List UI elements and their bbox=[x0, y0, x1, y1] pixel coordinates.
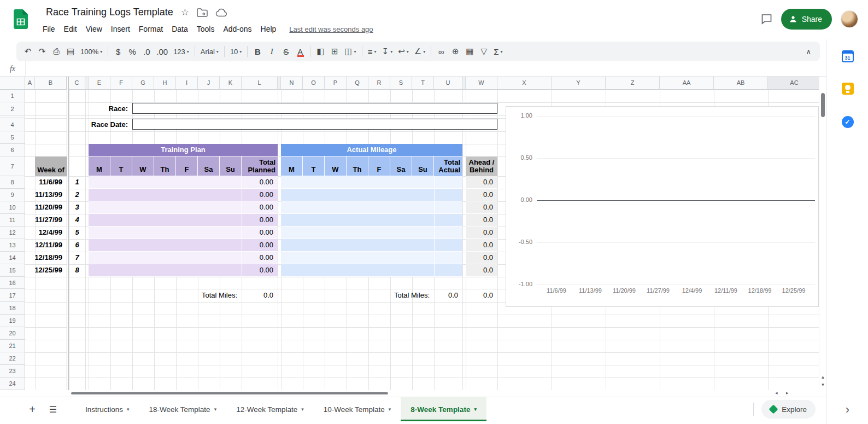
row-header-21[interactable]: 21 bbox=[0, 340, 25, 352]
row-header-24[interactable]: 24 bbox=[0, 377, 25, 390]
font-family-button[interactable]: Arial▾ bbox=[198, 44, 221, 59]
scroll-left-icon[interactable]: ◂ bbox=[775, 390, 778, 396]
actual-day-header-t[interactable]: T bbox=[303, 156, 325, 176]
column-header-U[interactable]: U bbox=[434, 77, 462, 90]
cell-week-of-9[interactable]: 11/13/99 bbox=[35, 189, 67, 201]
show-side-panel-icon[interactable]: › bbox=[846, 404, 849, 415]
row-header-18[interactable]: 18 bbox=[0, 302, 25, 315]
menu-format[interactable]: Format bbox=[134, 23, 167, 35]
italic-button[interactable]: I bbox=[265, 44, 279, 59]
race-label[interactable]: Race: bbox=[25, 102, 132, 115]
cell-week-num-15[interactable]: 8 bbox=[69, 264, 85, 277]
menu-tools[interactable]: Tools bbox=[192, 23, 219, 35]
training-plan-header[interactable]: Training Plan bbox=[89, 144, 278, 156]
actual-day-cells-15[interactable] bbox=[281, 264, 434, 277]
cell-week-of-11[interactable]: 11/27/99 bbox=[35, 214, 67, 226]
total-miles-planned-value[interactable]: 0.0 bbox=[242, 289, 278, 302]
row-header-19[interactable]: 19 bbox=[0, 315, 25, 327]
document-status-cloud-icon[interactable] bbox=[215, 8, 227, 17]
row-header-16[interactable]: 16 bbox=[0, 277, 25, 289]
font-size-button[interactable]: 10▾ bbox=[227, 44, 244, 59]
undo-button[interactable]: ↶ bbox=[21, 44, 35, 59]
column-header-B[interactable]: B bbox=[35, 77, 67, 90]
race-input[interactable] bbox=[132, 103, 497, 114]
cell-total-actual-15[interactable] bbox=[434, 264, 462, 277]
cell-total-actual-8[interactable] bbox=[434, 176, 462, 189]
row-header-11[interactable]: 11 bbox=[0, 214, 25, 226]
plan-day-header-sa[interactable]: Sa bbox=[198, 156, 220, 176]
embedded-chart[interactable]: 1.000.500.00-0.50-1.0011/6/9911/13/9911/… bbox=[506, 106, 819, 307]
paint-format-button[interactable]: ▤ bbox=[63, 44, 78, 59]
grid-corner[interactable] bbox=[0, 77, 25, 90]
race-date-input[interactable] bbox=[132, 119, 497, 130]
actual-day-header-th[interactable]: Th bbox=[347, 156, 368, 176]
plan-day-cells-12[interactable] bbox=[89, 226, 242, 239]
add-sheet-button[interactable]: + bbox=[25, 403, 39, 416]
sheet-tab-instructions[interactable]: Instructions▾ bbox=[75, 397, 139, 421]
cell-total-actual-14[interactable] bbox=[434, 252, 462, 264]
cell-ahead-behind-11[interactable]: 0.0 bbox=[466, 214, 497, 226]
functions-button[interactable]: Σ▾ bbox=[491, 44, 505, 59]
actual-day-header-w[interactable]: W bbox=[325, 156, 347, 176]
plan-day-cells-8[interactable] bbox=[89, 176, 242, 189]
total-miles-actual-value[interactable]: 0.0 bbox=[434, 289, 462, 302]
plan-day-cells-13[interactable] bbox=[89, 239, 242, 252]
column-header-K[interactable]: K bbox=[220, 77, 242, 90]
cell-week-of-13[interactable]: 12/11/99 bbox=[35, 239, 67, 252]
row-header-5[interactable]: 5 bbox=[0, 131, 25, 144]
cell-total-planned-11[interactable]: 0.00 bbox=[242, 214, 278, 226]
cell-ahead-behind-12[interactable]: 0.0 bbox=[466, 226, 497, 239]
column-header-G[interactable]: G bbox=[132, 77, 154, 90]
column-header-AA[interactable]: AA bbox=[660, 77, 714, 90]
cell-ahead-behind-13[interactable]: 0.0 bbox=[466, 239, 497, 252]
horizontal-scrollbar-thumb[interactable] bbox=[71, 392, 388, 394]
cell-week-of-14[interactable]: 12/18/99 bbox=[35, 252, 67, 264]
total-miles-ahead-value[interactable]: 0.0 bbox=[466, 289, 497, 302]
vertical-scrollbar-thumb[interactable] bbox=[821, 93, 825, 117]
row-header-1[interactable]: 1 bbox=[0, 90, 25, 102]
cell-week-of-8[interactable]: 11/6/99 bbox=[35, 176, 67, 189]
plan-day-cells-14[interactable] bbox=[89, 252, 242, 264]
column-header-F[interactable]: F bbox=[110, 77, 132, 90]
merge-cells-button[interactable]: ◫▾ bbox=[342, 44, 359, 59]
row-header-7[interactable]: 7 bbox=[0, 156, 25, 176]
row-header-15[interactable]: 15 bbox=[0, 264, 25, 277]
format-currency-button[interactable]: $ bbox=[111, 44, 125, 59]
borders-button[interactable]: ⊞ bbox=[327, 44, 342, 59]
actual-day-header-su[interactable]: Su bbox=[412, 156, 434, 176]
cell-week-num-13[interactable]: 6 bbox=[69, 239, 85, 252]
horizontal-align-button[interactable]: ≡▾ bbox=[365, 44, 379, 59]
tab-menu-arrow-icon[interactable]: ▾ bbox=[127, 406, 130, 412]
row-header-20[interactable]: 20 bbox=[0, 327, 25, 340]
tasks-icon[interactable]: ✓ bbox=[842, 116, 854, 128]
comment-history-icon[interactable] bbox=[761, 14, 772, 25]
column-header-Q[interactable]: Q bbox=[347, 77, 368, 90]
vertical-scrollbar[interactable]: ▲ ▼ bbox=[819, 77, 826, 390]
row-header-4[interactable]: 4 bbox=[0, 118, 25, 131]
plan-day-header-t[interactable]: T bbox=[110, 156, 132, 176]
column-header-W[interactable]: W bbox=[466, 77, 497, 90]
plan-day-header-f[interactable]: F bbox=[176, 156, 198, 176]
menu-add-ons[interactable]: Add-ons bbox=[219, 23, 256, 35]
cell-total-actual-13[interactable] bbox=[434, 239, 462, 252]
row-header-17[interactable]: 17 bbox=[0, 289, 25, 302]
actual-day-cells-11[interactable] bbox=[281, 214, 434, 226]
row-header-6[interactable]: 6 bbox=[0, 144, 25, 156]
actual-mileage-header[interactable]: Actual Mileage bbox=[281, 144, 462, 156]
row-header-8[interactable]: 8 bbox=[0, 176, 25, 189]
cell-total-planned-9[interactable]: 0.00 bbox=[242, 189, 278, 201]
column-header-C[interactable]: C bbox=[69, 77, 85, 90]
text-wrapping-button[interactable]: ↩▾ bbox=[395, 44, 412, 59]
sheets-logo-icon[interactable] bbox=[13, 9, 28, 32]
strikethrough-button[interactable]: S bbox=[279, 44, 293, 59]
column-header-X[interactable]: X bbox=[497, 77, 552, 90]
total-planned-header[interactable]: Total Planned bbox=[242, 156, 278, 176]
cell-week-num-8[interactable]: 1 bbox=[69, 176, 85, 189]
column-header-R[interactable]: R bbox=[368, 77, 390, 90]
horizontal-scrollbar[interactable]: ◂ ▸ bbox=[0, 390, 819, 397]
cell-total-planned-12[interactable]: 0.00 bbox=[242, 226, 278, 239]
column-header-O[interactable]: O bbox=[303, 77, 325, 90]
total-miles-planned-label[interactable]: Total Miles: bbox=[154, 289, 242, 302]
scroll-down-icon[interactable]: ▼ bbox=[819, 382, 826, 387]
cell-week-of-12[interactable]: 12/4/99 bbox=[35, 226, 67, 239]
